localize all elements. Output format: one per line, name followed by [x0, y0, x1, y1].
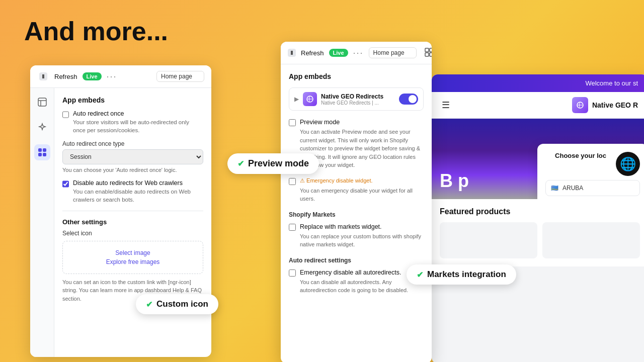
- welcome-text: Welcome to our st: [585, 79, 638, 87]
- preview-mode-icon: ✔: [237, 159, 244, 168]
- markets-icon: ✔: [417, 270, 423, 280]
- select-image-link[interactable]: Select image: [115, 249, 150, 256]
- native-geo-sub: Native GEO Redirects | ...: [321, 100, 395, 106]
- preview-mode-label: Preview mode: [248, 158, 309, 169]
- middle-back-button[interactable]: [288, 47, 296, 59]
- native-geo-row[interactable]: ▶ Native GEO Redirects Native GEO Redire…: [289, 87, 424, 111]
- left-panel-header: Refresh Live ··· Home page: [30, 65, 211, 88]
- divider: [62, 211, 203, 211]
- markets-integration-badge: ✔ Markets integration: [407, 264, 516, 285]
- middle-panel-header: Refresh Live ··· Home page: [281, 42, 432, 64]
- icon-upload-box: Select image Explore free images: [62, 241, 203, 274]
- sidebar-icon-apps[interactable]: [34, 144, 50, 160]
- store-hero: B p 🌐 Choose your loc 🇦🇼 ARUBA 🇭🇰 HONG K…: [432, 119, 644, 199]
- svg-rect-7: [425, 48, 429, 52]
- product-grid: [440, 222, 640, 258]
- auto-redirect-once-checkbox[interactable]: [62, 111, 69, 118]
- emergency-disable-row: ⚠ Emergency disable widget.: [289, 177, 424, 185]
- select-icon-label: Select icon: [62, 230, 203, 237]
- svg-rect-1: [38, 98, 46, 106]
- auto-redirect-type-desc: You can choose your 'Auto redirect once'…: [62, 166, 203, 174]
- preview-mode-badge: ✔ Preview mode: [227, 153, 319, 174]
- emergency-all-row: Emergency disable all autoredirects.: [289, 269, 424, 277]
- right-panel: Welcome to our st ☰ Native GEO R B p 🌐 C…: [432, 74, 644, 362]
- preview-mode-row: Preview mode: [289, 119, 424, 126]
- native-geo-app-icon: [303, 92, 317, 106]
- native-geo-info: Native GEO Redirects Native GEO Redirect…: [321, 93, 395, 106]
- shopify-markets-heading: Shopify Markets: [289, 211, 424, 218]
- preview-mode-checkbox[interactable]: [289, 119, 296, 126]
- middle-refresh-label: Refresh: [301, 49, 324, 57]
- svg-rect-9: [425, 53, 429, 56]
- emergency-all-checkbox[interactable]: [289, 269, 296, 277]
- svg-rect-4: [38, 153, 42, 156]
- middle-panel-content: App embeds ▶ Native GEO Redirects Native…: [281, 64, 432, 362]
- svg-rect-10: [430, 53, 432, 56]
- left-panel-content: App embeds Auto redirect once Your store…: [54, 88, 211, 357]
- expand-button[interactable]: [425, 48, 432, 58]
- refresh-label: Refresh: [54, 73, 77, 80]
- native-geo-name: Native GEO Redirects: [321, 93, 395, 100]
- product-card-2: [542, 222, 640, 258]
- page-select-left[interactable]: Home page: [156, 71, 204, 82]
- middle-page-select[interactable]: Home page: [369, 47, 417, 58]
- other-settings-title: Other settings: [62, 218, 203, 226]
- aruba-flag: 🇦🇼: [551, 185, 558, 192]
- svg-rect-2: [38, 148, 42, 152]
- native-geo-toggle[interactable]: [399, 94, 418, 105]
- replace-markets-setting: Replace with markets widget. You can rep…: [289, 223, 424, 249]
- auto-redirect-type-label: Auto redirect once type: [62, 140, 203, 147]
- sidebar-icon-layout[interactable]: [34, 94, 50, 110]
- preview-mode-setting-label: Preview mode: [300, 119, 340, 126]
- middle-app-embeds-title: App embeds: [289, 72, 424, 80]
- svg-rect-3: [43, 148, 46, 152]
- emergency-all-label: Emergency disable all autoredirects.: [300, 269, 401, 276]
- replace-markets-checkbox[interactable]: [289, 224, 296, 231]
- featured-section: Featured products: [432, 199, 644, 266]
- emergency-disable-desc: You can emergency disable your widget fo…: [289, 187, 424, 203]
- middle-more-options[interactable]: ···: [353, 48, 364, 58]
- custom-icon-label: Custom icon: [156, 299, 208, 309]
- product-card-1: [440, 222, 537, 258]
- more-options-button[interactable]: ···: [107, 71, 117, 82]
- disable-crawlers-desc: You can enable/disable auto redirects on…: [73, 188, 203, 204]
- auto-redirect-once-row: Auto redirect once Your store visitors w…: [62, 110, 203, 134]
- emergency-disable-label: ⚠ Emergency disable widget.: [300, 177, 373, 184]
- native-geo-chevron-icon: ▶: [294, 96, 299, 103]
- store-logo-text: Native GEO R: [592, 101, 638, 109]
- store-logo-area: Native GEO R: [572, 97, 638, 113]
- hamburger-icon: ☰: [442, 100, 450, 111]
- svg-rect-8: [430, 48, 432, 52]
- live-badge: Live: [83, 72, 102, 80]
- svg-rect-5: [43, 153, 46, 156]
- replace-markets-desc: You can replace your custom buttons with…: [289, 232, 424, 249]
- middle-live-badge: Live: [329, 49, 348, 57]
- back-button[interactable]: [37, 70, 49, 82]
- middle-panel: Refresh Live ··· Home page App embeds ▶ …: [281, 42, 432, 362]
- aruba-label: ARUBA: [562, 185, 583, 192]
- emergency-all-setting: Emergency disable all autoredirects. You…: [289, 269, 424, 295]
- disable-crawlers-checkbox[interactable]: [62, 180, 69, 188]
- sidebar-icon-magic[interactable]: [34, 119, 50, 135]
- auto-redirect-type-select[interactable]: Session: [62, 149, 203, 164]
- disable-crawlers-label: Disable auto redirects for Web crawlers: [73, 179, 203, 187]
- disable-crawlers-row: Disable auto redirects for Web crawlers …: [62, 179, 203, 204]
- aruba-button[interactable]: 🇦🇼 ARUBA: [545, 180, 640, 196]
- store-logo-icon: [572, 97, 588, 113]
- left-panel-body: App embeds Auto redirect once Your store…: [30, 88, 211, 357]
- emergency-all-desc: You can disable all autoredirects. Any a…: [289, 278, 424, 295]
- replace-markets-label: Replace with markets widget.: [300, 223, 382, 230]
- emergency-disable-checkbox[interactable]: [289, 178, 296, 185]
- store-nav: ☰ Native GEO R: [432, 92, 644, 119]
- globe-icon: 🌐: [616, 152, 640, 176]
- page-title: And more...: [24, 16, 168, 46]
- auto-redirect-once-desc: Your store visitors will be auto-redirec…: [73, 118, 203, 134]
- markets-label: Markets integration: [427, 269, 506, 280]
- geo-modal: 🌐 Choose your loc 🇦🇼 ARUBA 🇭🇰 HONG KONG …: [537, 144, 644, 199]
- explore-free-images-link[interactable]: Explore free images: [106, 258, 160, 265]
- auto-redirect-type-field: Auto redirect once type Session You can …: [62, 140, 203, 174]
- sidebar-icons: [30, 88, 54, 357]
- auto-redirect-once-label: Auto redirect once: [73, 110, 203, 117]
- app-embeds-title-left: App embeds: [62, 96, 203, 104]
- featured-title: Featured products: [440, 207, 640, 216]
